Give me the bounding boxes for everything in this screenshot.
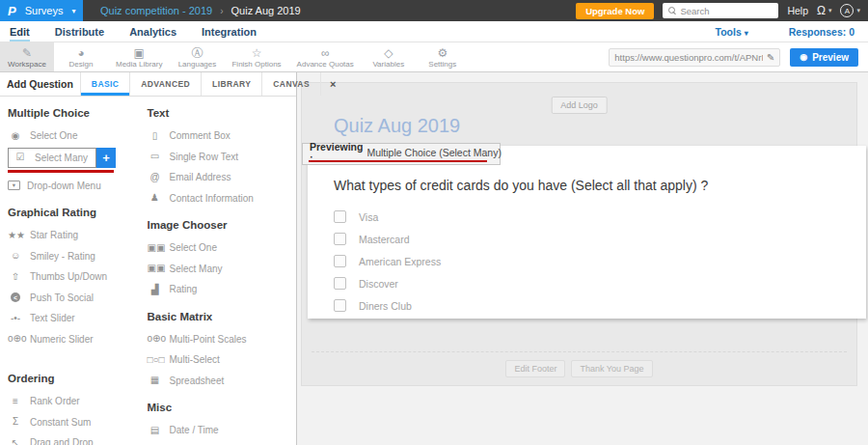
section-misc: Misc bbox=[148, 402, 296, 413]
question-type-single-row-text[interactable]: ▭Single Row Text bbox=[148, 147, 296, 168]
toolbar-right: https://www.questionpro.com/t/APNrFZ ✎ ◉… bbox=[609, 42, 868, 71]
toolbar-design[interactable]: ◕Design bbox=[54, 42, 108, 71]
workspace-icon: ✎ bbox=[22, 47, 32, 59]
question-type-select-one[interactable]: ▣▣Select One bbox=[148, 237, 296, 259]
thumb: ⇧ bbox=[8, 272, 23, 282]
toolbar-label: Finish Options bbox=[231, 60, 281, 69]
preview-button[interactable]: ◉ Preview bbox=[790, 48, 858, 67]
question-type-label: Star Rating bbox=[30, 230, 78, 240]
question-type-select-many[interactable]: ▣▣Select Many bbox=[148, 259, 296, 280]
breadcrumb-current: Quiz Aug 2019 bbox=[231, 5, 301, 16]
checkbox-american-express[interactable] bbox=[334, 255, 346, 267]
advance-quotas-icon: ∞ bbox=[321, 47, 330, 59]
thank-you-page-button[interactable]: Thank You Page bbox=[571, 360, 652, 377]
checkbox-visa[interactable] bbox=[334, 210, 346, 223]
question-type-drop-down-menu[interactable]: ▾Drop-down Menu bbox=[8, 176, 145, 197]
question-type-select-one[interactable]: ◉Select One bbox=[8, 125, 145, 147]
nav-item-edit[interactable]: Edit bbox=[10, 23, 30, 40]
question-type-select-many[interactable]: ☑Select Many bbox=[8, 148, 96, 168]
toolbar-finish-options[interactable]: ☆Finish Options bbox=[224, 42, 288, 71]
answer-option-label: Discover bbox=[359, 278, 398, 290]
search-input[interactable] bbox=[680, 6, 775, 16]
question-type-contact-information[interactable]: ♟Contact Information bbox=[148, 188, 296, 209]
nav-item-integration[interactable]: Integration bbox=[202, 23, 257, 40]
question-type-label: Select One bbox=[170, 242, 217, 253]
breadcrumb: Quiz competition - 2019 › Quiz Aug 2019 bbox=[100, 5, 301, 16]
single-row: ▭ bbox=[148, 152, 163, 161]
breadcrumb-parent[interactable]: Quiz competition - 2019 bbox=[100, 5, 212, 16]
add-logo-button[interactable]: Add Logo bbox=[551, 97, 608, 114]
account-menu[interactable]: A ▾ bbox=[840, 4, 860, 17]
product-menu[interactable]: P Surveys ▾ bbox=[0, 0, 83, 21]
at-sign: @ bbox=[148, 173, 163, 182]
toolbar-advance-quotas[interactable]: ∞Advance Quotas bbox=[289, 42, 362, 71]
answer-option-discover: Discover bbox=[334, 272, 866, 294]
edit-url-icon[interactable]: ✎ bbox=[767, 52, 774, 63]
tab-basic[interactable]: BASIC bbox=[80, 72, 129, 96]
question-type-constant-sum[interactable]: ΣConstant Sum bbox=[8, 412, 145, 433]
help-link[interactable]: Help bbox=[787, 5, 808, 16]
question-type-label: Email Address bbox=[170, 172, 231, 182]
question-column-1: Multiple Choice◉Select One☑Select Many+▾… bbox=[8, 97, 145, 445]
search-box[interactable] bbox=[663, 3, 778, 18]
media-library-icon: ▣ bbox=[134, 47, 145, 59]
toolbar-label: Settings bbox=[428, 60, 456, 69]
question-type-captcha[interactable]: x8Captcha bbox=[148, 441, 296, 445]
question-preview-card: What types of credit cards do you have (… bbox=[308, 146, 866, 319]
close-icon[interactable]: × bbox=[321, 72, 344, 96]
question-type-text-slider[interactable]: -•-Text Slider bbox=[8, 308, 145, 329]
question-type-star-rating[interactable]: ★★Star Rating bbox=[8, 225, 145, 246]
settings-icon: ⚙ bbox=[437, 47, 448, 59]
chevron-down-icon: ▾ bbox=[856, 7, 860, 14]
tab-canvas[interactable]: CANVAS bbox=[261, 72, 321, 96]
question-type-email-address[interactable]: @Email Address bbox=[148, 167, 296, 188]
checkbox-mastercard[interactable] bbox=[334, 233, 346, 245]
nav-item-analytics[interactable]: Analytics bbox=[129, 23, 176, 40]
tab-library[interactable]: LIBRARY bbox=[201, 72, 261, 96]
question-type-drag-and-drop[interactable]: ↖Drag and Drop bbox=[8, 432, 145, 445]
survey-title[interactable]: Quiz Aug 2019 bbox=[334, 115, 460, 137]
top-bar: P Surveys ▾ Quiz competition - 2019 › Qu… bbox=[0, 0, 868, 21]
question-type-push-to-social[interactable]: <Push To Social bbox=[8, 288, 145, 309]
toolbar-label: Variables bbox=[372, 60, 404, 69]
section-basic-matrix: Basic Matrix bbox=[148, 311, 296, 322]
question-type-multi-select[interactable]: □○□Multi-Select bbox=[148, 349, 296, 371]
upgrade-now-button[interactable]: Upgrade Now bbox=[576, 3, 654, 19]
toolbar-variables[interactable]: ◇Variables bbox=[362, 42, 416, 71]
question-type-numeric-slider[interactable]: o⊕oNumeric Slider bbox=[8, 329, 145, 350]
toolbar-settings[interactable]: ⚙Settings bbox=[416, 42, 470, 71]
edit-footer-button[interactable]: Edit Footer bbox=[505, 360, 565, 377]
preview-label: Preview bbox=[812, 52, 849, 63]
question-type-spreadsheet[interactable]: ▦Spreadsheet bbox=[148, 371, 296, 392]
nav-item-distribute[interactable]: Distribute bbox=[55, 23, 104, 40]
question-type-rank-order[interactable]: ≡Rank Order bbox=[8, 391, 145, 412]
question-type-thumbs-up-down[interactable]: ⇧Thumbs Up/Down bbox=[8, 266, 145, 288]
responses-count[interactable]: Responses: 0 bbox=[789, 26, 854, 38]
toolbar-workspace[interactable]: ✎Workspace bbox=[0, 42, 54, 71]
answer-option-american-express: American Express bbox=[334, 250, 866, 272]
question-type-label: Spreadsheet bbox=[170, 375, 225, 386]
question-type-multi-point-scales[interactable]: o⊕oMulti-Point Scales bbox=[148, 329, 296, 350]
comment-box: ▯ bbox=[148, 131, 163, 141]
question-type-label: Push To Social bbox=[30, 292, 94, 303]
bell-icon: Ω bbox=[817, 5, 826, 16]
question-column-2: Text▯Comment Box▭Single Row Text@Email A… bbox=[148, 97, 296, 445]
notifications-menu[interactable]: Ω ▾ bbox=[817, 5, 832, 16]
question-type-date-time[interactable]: ▤Date / Time bbox=[148, 420, 296, 441]
tools-menu[interactable]: Tools ▾ bbox=[716, 26, 748, 38]
toolbar-label: Workspace bbox=[8, 60, 46, 69]
survey-url-value: https://www.questionpro.com/t/APNrFZ bbox=[614, 52, 763, 63]
toolbar-languages[interactable]: ⒶLanguages bbox=[170, 42, 224, 71]
question-type-comment-box[interactable]: ▯Comment Box bbox=[148, 125, 296, 147]
question-type-rating[interactable]: ▟Rating bbox=[148, 279, 296, 300]
survey-url-field[interactable]: https://www.questionpro.com/t/APNrFZ ✎ bbox=[609, 48, 780, 67]
share-circle: < bbox=[11, 292, 20, 302]
checkbox-discover[interactable] bbox=[334, 277, 346, 290]
tab-advanced[interactable]: ADVANCED bbox=[129, 72, 201, 96]
question-type-label: Select One bbox=[30, 130, 77, 141]
question-type-smiley-rating[interactable]: ☺Smiley - Rating bbox=[8, 246, 145, 267]
checkbox-diners-club[interactable] bbox=[334, 299, 346, 312]
toolbar-media-library[interactable]: ▣Media Library bbox=[108, 42, 170, 71]
add-select-many-button[interactable]: + bbox=[96, 148, 116, 168]
section-nav-right: Tools ▾ Responses: 0 bbox=[716, 26, 858, 38]
